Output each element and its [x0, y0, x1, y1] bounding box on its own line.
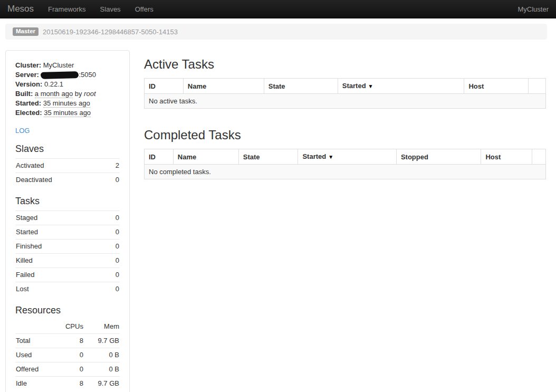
active-col-started[interactable]: Started▼ [338, 79, 464, 94]
sort-desc-icon: ▼ [328, 154, 333, 160]
table-row: Used 0 0 B [15, 348, 120, 362]
table-row: Lost 0 [15, 282, 120, 297]
tasks-failed-value: 0 [104, 268, 120, 282]
server-port: :5050 [79, 71, 96, 79]
completed-col-name[interactable]: Name [173, 149, 238, 165]
completed-col-started[interactable]: Started▼ [298, 149, 396, 165]
table-row: Failed 0 [15, 268, 120, 282]
server-label: Server: [15, 71, 39, 79]
cluster-label: Cluster: [15, 61, 41, 69]
master-badge: Master [13, 27, 39, 36]
resources-offered-mem: 0 B [84, 362, 120, 377]
active-col-id[interactable]: ID [145, 79, 184, 94]
cluster-detail: Cluster: MyCluster [15, 61, 120, 70]
resources-corner-header [15, 320, 53, 334]
tasks-lost-label: Lost [15, 282, 104, 297]
active-tasks-title: Active Tasks [144, 57, 546, 72]
resources-total-cpus: 8 [53, 334, 84, 348]
active-col-name[interactable]: Name [183, 79, 264, 94]
version-label: Version: [15, 80, 42, 88]
table-row: Total 8 9.7 GB [15, 334, 120, 348]
tasks-killed-label: Killed [15, 254, 104, 268]
nav-item-frameworks[interactable]: Frameworks [48, 5, 86, 13]
completed-col-actions [532, 149, 546, 165]
tasks-started-value: 0 [104, 225, 120, 240]
tasks-lost-value: 0 [104, 282, 120, 297]
active-col-state[interactable]: State [264, 79, 338, 94]
table-header-row: ID Name State Started▼ Stopped Host [145, 149, 546, 165]
table-row: No active tasks. [145, 94, 546, 109]
active-tasks-section: Active Tasks ID Name State Started▼ Host… [144, 57, 546, 109]
nav-item-offers[interactable]: Offers [135, 5, 154, 13]
active-col-actions [529, 79, 546, 94]
resources-idle-cpus: 8 [53, 377, 84, 391]
tasks-table: Staged 0 Started 0 Finished 0 Killed 0 F… [15, 211, 120, 296]
tasks-staged-label: Staged [15, 211, 104, 225]
resources-offered-label: Offered [15, 362, 53, 377]
tasks-finished-value: 0 [104, 240, 120, 254]
completed-col-stopped[interactable]: Stopped [396, 149, 481, 165]
sidebar: Cluster: MyCluster Server: :5050 Version… [5, 50, 130, 392]
tasks-staged-value: 0 [104, 211, 120, 225]
navbar: Mesos Frameworks Slaves Offers MyCluster [0, 0, 556, 18]
breadcrumb: Master 20150619-192346-1298446857-5050-1… [5, 24, 547, 40]
resources-total-label: Total [15, 334, 53, 348]
table-row: Started 0 [15, 225, 120, 240]
built-detail: Built: a month ago by root [15, 89, 120, 99]
resources-mem-header: Mem [84, 320, 120, 334]
built-by-text: by [73, 90, 84, 98]
nav-item-slaves[interactable]: Slaves [100, 5, 121, 13]
cluster-value: MyCluster [43, 61, 74, 69]
navbar-cluster-name: MyCluster [517, 5, 549, 13]
table-row: Idle 8 9.7 GB [15, 377, 120, 391]
table-row: Activated 2 [15, 159, 120, 173]
table-row: No completed tasks. [145, 165, 546, 179]
table-header-row: ID Name State Started▼ Host [145, 79, 546, 94]
main-content: Active Tasks ID Name State Started▼ Host… [144, 50, 546, 179]
version-value: 0.22.1 [44, 80, 63, 88]
elected-time: 35 minutes ago [44, 109, 91, 117]
active-col-host[interactable]: Host [464, 79, 529, 94]
tasks-started-label: Started [15, 225, 104, 240]
brand-mesos[interactable]: Mesos [7, 4, 34, 14]
completed-col-state[interactable]: State [238, 149, 298, 165]
server-address-redaction [41, 71, 79, 79]
tasks-section-title: Tasks [15, 196, 120, 207]
completed-tasks-empty-message: No completed tasks. [145, 165, 546, 179]
slaves-deactivated-label: Deactivated [15, 173, 108, 187]
log-link[interactable]: LOG [15, 127, 30, 135]
started-time: 35 minutes ago [43, 99, 90, 108]
slaves-section-title: Slaves [15, 144, 120, 155]
resources-used-cpus: 0 [53, 348, 84, 362]
master-id: 20150619-192346-1298446857-5050-14153 [43, 28, 178, 36]
resources-used-label: Used [15, 348, 53, 362]
table-row: CPUs Mem [15, 320, 120, 334]
built-user: root [84, 90, 95, 98]
table-row: Staged 0 [15, 211, 120, 225]
slaves-activated-value: 2 [108, 159, 120, 173]
elected-label: Elected: [15, 109, 42, 117]
slaves-deactivated-value: 0 [108, 173, 120, 187]
table-row: Offered 0 0 B [15, 362, 120, 377]
completed-tasks-table: ID Name State Started▼ Stopped Host No c… [144, 149, 546, 179]
resources-idle-mem: 9.7 GB [84, 377, 120, 391]
nav-links: Frameworks Slaves Offers [48, 5, 154, 13]
started-detail: Started: 35 minutes ago [15, 99, 120, 108]
tasks-killed-value: 0 [104, 254, 120, 268]
built-time: a month ago [35, 90, 73, 98]
table-row: Killed 0 [15, 254, 120, 268]
completed-col-id[interactable]: ID [145, 149, 174, 165]
resources-used-mem: 0 B [84, 348, 120, 362]
version-detail: Version: 0.22.1 [15, 80, 120, 89]
resources-cpus-header: CPUs [53, 320, 84, 334]
resources-offered-cpus: 0 [53, 362, 84, 377]
resources-total-mem: 9.7 GB [84, 334, 120, 348]
completed-tasks-section: Completed Tasks ID Name State Started▼ S… [144, 128, 546, 179]
table-row: Finished 0 [15, 240, 120, 254]
completed-col-host[interactable]: Host [481, 149, 532, 165]
built-label: Built: [15, 90, 33, 98]
slaves-activated-label: Activated [15, 159, 108, 173]
elected-detail: Elected: 35 minutes ago [15, 108, 120, 118]
active-tasks-empty-message: No active tasks. [145, 94, 546, 109]
tasks-finished-label: Finished [15, 240, 104, 254]
